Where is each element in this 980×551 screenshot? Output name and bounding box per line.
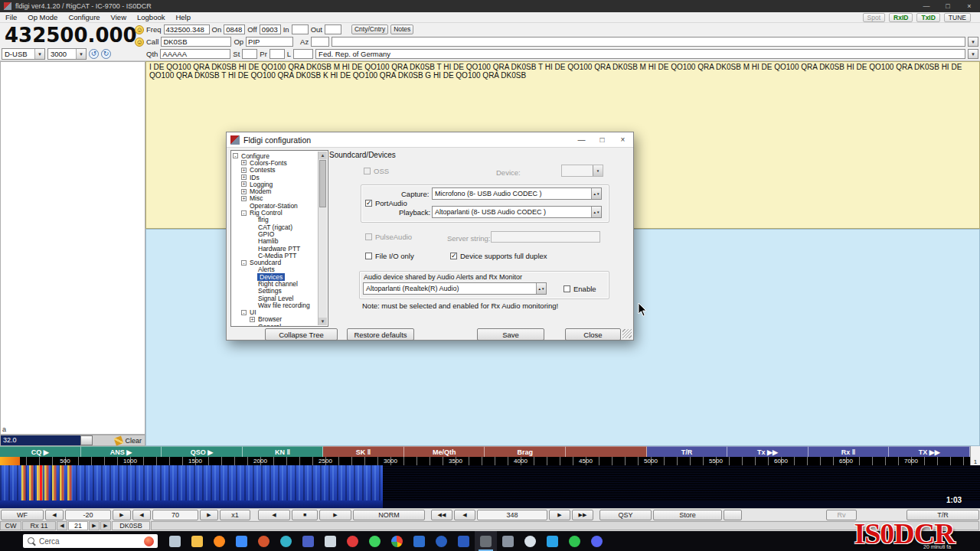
carrier-frequency[interactable]: 348 [477,510,547,520]
macro-button[interactable] [566,446,647,457]
scroll-right-button[interactable]: ▶ [319,510,351,520]
freq-field[interactable]: 432500.348 [164,24,210,34]
range-value[interactable]: 70 [152,510,198,520]
tree-expander-icon[interactable]: + [250,317,255,322]
tree-item[interactable]: - Configure [233,152,317,159]
wpm-increase-button[interactable]: ▶ [89,521,100,530]
time-off-field[interactable]: 0903 [260,24,281,34]
chevron-down-icon[interactable]: ▼ [968,49,978,59]
frequency-display[interactable]: 432500.000 [5,23,135,48]
store-icon[interactable] [230,531,253,551]
gain-value[interactable]: -20 [65,510,111,520]
macro-button[interactable]: KN ‖ [243,446,324,457]
swap-frequency-icon[interactable]: ↻ [101,49,111,59]
fldigi-taskbar-icon[interactable] [475,531,497,551]
opera-icon[interactable] [341,531,364,551]
tree-item[interactable]: - Rig Control [233,209,317,216]
store-button[interactable]: Store [653,510,722,520]
scroll-left-button[interactable]: ◀ [258,510,290,520]
menu-item[interactable]: Op Mode [22,13,63,21]
tree-expander-icon[interactable]: - [233,153,238,158]
op-field[interactable]: PIP [246,37,293,47]
word-icon[interactable] [452,531,475,551]
time-on-field[interactable]: 0848 [224,24,245,34]
carrier-fast-up-button[interactable]: ▶▶ [572,510,593,520]
rst-out-field[interactable] [325,24,341,34]
stepper-icon[interactable]: ▲▼ [591,188,601,199]
enable-checkbox[interactable]: Enable [564,285,596,293]
tree-expander-icon[interactable]: - [241,310,247,315]
collapse-tree-button[interactable]: Collapse Tree [265,328,338,341]
rst-in-field[interactable] [292,24,309,34]
tree-item[interactable]: + Browser [233,316,317,323]
reverse-button[interactable]: Rv [826,510,857,520]
macro-button[interactable]: SK ‖ [323,446,404,457]
slider-handle[interactable] [80,435,93,445]
qrz-lookup-icon[interactable]: ☺ [135,37,144,47]
resize-grip[interactable] [622,329,632,338]
taskbar-search[interactable]: Cerca [23,534,158,548]
range-decrease-button[interactable]: ◀ [132,510,151,520]
speed-button[interactable]: NORM [353,510,425,520]
macro-button[interactable]: Rx ‖ [808,446,890,457]
oss-device-select[interactable]: ▼ [561,165,603,177]
tree-item[interactable]: General [233,323,317,327]
revert-frequency-icon[interactable]: ↺ [89,49,99,59]
close-dialog-button[interactable]: Close [565,328,621,341]
capture-device-select[interactable]: Microfono (8- USB Audio CODEC ) ▲▼ [432,187,602,200]
tree-item[interactable]: flrig [233,217,317,223]
country-search-field[interactable] [332,37,965,47]
dialog-maximize-button[interactable]: □ [592,132,612,148]
restore-defaults-button[interactable]: Restore defaults [347,328,414,341]
tree-expander-icon[interactable]: - [241,210,247,216]
tree-item[interactable]: C-Media PTT [233,252,317,259]
carrier-down-button[interactable]: ◀ [454,510,475,520]
pulseaudio-checkbox[interactable]: PulseAudio [365,233,412,241]
bandwidth-select[interactable]: 3000 ▼ [47,48,87,60]
wpm-default-button[interactable]: ▶ [100,521,111,530]
teams-icon[interactable] [297,531,319,551]
rxid-button[interactable]: RxID [889,13,913,22]
server-string-field[interactable] [491,231,600,243]
center-button[interactable]: ■ [292,510,318,520]
scroll-up-icon[interactable]: ▲ [318,152,327,159]
macro-button[interactable]: QSO ▶ [162,446,243,457]
dialog-minimize-button[interactable]: — [571,132,592,148]
country-field[interactable]: Fed. Rep. of Germany [315,49,965,59]
province-field[interactable] [270,49,285,59]
macro-button[interactable]: ANS ▶ [81,446,162,457]
shared-audio-select[interactable]: Altoparlanti (Realtek(R) Audio) ▲▼ [363,282,547,295]
call-field[interactable]: DK0SB [161,37,231,47]
waterfall-display[interactable] [0,465,980,508]
menu-item[interactable]: Help [170,13,196,21]
paint-icon[interactable] [519,531,541,551]
waterfall-frequency-cursor[interactable] [40,465,42,500]
macro-button[interactable]: Brag [485,446,566,457]
tree-expander-icon[interactable]: + [241,196,247,201]
mode-status[interactable]: CW [0,521,21,530]
search-highlights-icon[interactable] [144,536,154,546]
txid-button[interactable]: TxID [916,13,939,22]
tree-item[interactable]: Wav file recording [233,302,317,308]
menu-item[interactable]: Configure [63,13,105,21]
tree-expander-icon[interactable]: + [241,189,247,194]
portaudio-checkbox[interactable]: PortAudio [365,199,407,207]
macro-button[interactable]: Tx ▶▶ [727,446,808,457]
locator-field[interactable] [293,49,313,59]
cnty-cntry-button[interactable]: Cnty/Cntry [351,24,388,34]
tree-item[interactable]: Right channel [233,280,317,287]
zoom-button[interactable]: x1 [220,510,250,520]
carrier-fast-down-button[interactable]: ◀◀ [431,510,452,520]
tree-expander-icon[interactable]: + [241,174,247,180]
chrome-icon[interactable] [386,531,408,551]
macro-button[interactable]: CQ ▶ [0,446,81,457]
az-field[interactable] [311,37,329,47]
scrollbar-thumb[interactable] [319,160,326,207]
tree-expander-icon[interactable]: + [241,168,247,173]
obs-icon[interactable] [253,531,275,551]
qth-field[interactable]: AAAAA [160,49,230,59]
tree-expander-icon[interactable]: + [241,181,247,187]
whatsapp-icon[interactable] [364,531,386,551]
chevron-down-icon[interactable]: ▼ [968,37,978,47]
task-view-icon[interactable] [164,531,186,551]
